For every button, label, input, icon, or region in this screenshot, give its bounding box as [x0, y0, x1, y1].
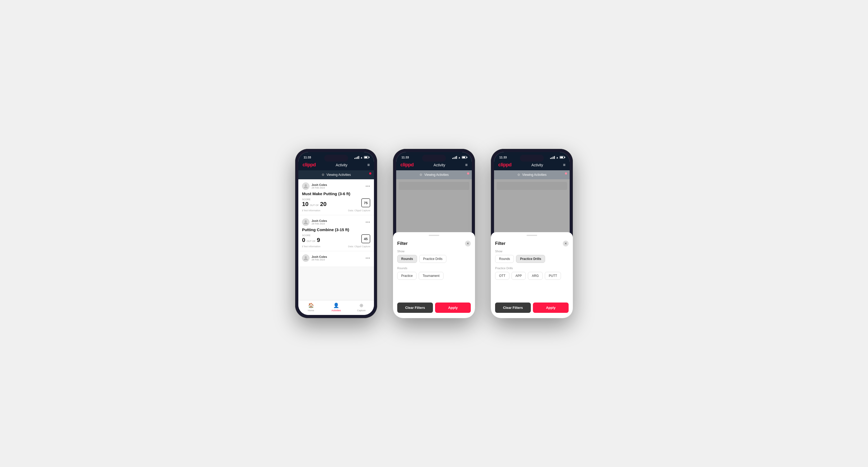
- user-date-3: 28 Feb 2023: [312, 258, 327, 261]
- phone-3: 11:33 ▲ clippd Activity ≡: [491, 149, 573, 318]
- user-info-1: Josh Coles 28 Feb 2023: [302, 183, 327, 190]
- activity-title-1: Must Make Putting (3-6 ft): [302, 191, 370, 196]
- viewing-label-2: Viewing Activities: [425, 173, 449, 177]
- capture-label: Capture: [357, 309, 366, 312]
- user-name-3: Josh Coles: [312, 255, 327, 258]
- user-date-1: 28 Feb 2023: [312, 186, 327, 189]
- time-1: 11:33: [304, 156, 311, 159]
- nav-item-capture[interactable]: ⊕ Capture: [353, 303, 369, 312]
- viewing-bar-3: ⚙ Viewing Activities: [494, 170, 570, 179]
- nav-title-3: Activity: [531, 163, 543, 167]
- user-details-1: Josh Coles 28 Feb 2023: [312, 183, 327, 189]
- screen-1: 11:33 ▲ clippd Activity ≡: [298, 152, 374, 315]
- status-icons-3: ▲: [550, 156, 564, 159]
- user-details-2: Josh Coles 28 Feb 2023: [312, 219, 327, 225]
- home-icon: 🏠: [308, 303, 314, 308]
- score-value-1: 10: [302, 201, 308, 208]
- activities-label: Activities: [331, 309, 341, 312]
- battery-icon: [364, 156, 369, 159]
- signal-icon-3: [550, 156, 555, 159]
- more-icon-3[interactable]: •••: [366, 256, 370, 260]
- nav-header-1: clippd Activity ≡: [298, 160, 374, 170]
- svg-point-1: [305, 220, 307, 222]
- activity-item-3: Josh Coles 28 Feb 2023 •••: [298, 251, 374, 267]
- notch-1: [324, 155, 348, 162]
- user-info-3: Josh Coles 28 Feb 2023: [302, 254, 327, 262]
- score-stat-2: Score 0 OUT OF 9: [302, 234, 320, 244]
- filter-icon-3: ⚙: [517, 173, 520, 177]
- activity-list: Josh Coles 28 Feb 2023 ••• Must Make Put…: [298, 179, 374, 300]
- phone-2: 11:33 ▲ clippd Activity ≡: [393, 149, 475, 318]
- notch-2: [422, 155, 446, 162]
- time-3: 11:33: [499, 156, 507, 159]
- out-of-2: OUT OF: [307, 240, 315, 243]
- nav-item-home[interactable]: 🏠 Home: [303, 303, 319, 312]
- filter-icon-1: ⚙: [321, 173, 324, 177]
- menu-icon-1[interactable]: ≡: [367, 163, 370, 167]
- menu-icon-2[interactable]: ≡: [465, 163, 468, 167]
- user-date-2: 28 Feb 2023: [312, 222, 327, 225]
- svg-point-0: [305, 184, 307, 186]
- nav-item-activities[interactable]: 👤 Activities: [328, 303, 344, 312]
- wifi-icon: ▲: [360, 156, 363, 159]
- user-name-2: Josh Coles: [312, 219, 327, 222]
- capture-icon: ⊕: [360, 303, 363, 308]
- nav-title-2: Activity: [433, 163, 445, 167]
- viewing-dot-3: [565, 173, 567, 175]
- home-label: Home: [308, 309, 314, 312]
- activity-item-1: Josh Coles 28 Feb 2023 ••• Must Make Put…: [298, 179, 374, 215]
- shots-value-1: 20: [320, 201, 327, 208]
- footer-info-1: ℹ Test Information: [302, 209, 320, 212]
- filter-icon-2: ⚙: [420, 173, 422, 177]
- signal-icon-2: [452, 156, 457, 159]
- activity-item-2: Josh Coles 28 Feb 2023 ••• Putting Combi…: [298, 215, 374, 251]
- out-of-1: OUT OF: [310, 204, 319, 207]
- viewing-bar-2: ⚙ Viewing Activities: [396, 170, 472, 179]
- viewing-label-3: Viewing Activities: [522, 173, 547, 177]
- more-icon-1[interactable]: •••: [366, 184, 370, 188]
- viewing-bar-1[interactable]: ⚙ Viewing Activities: [298, 170, 374, 179]
- activities-icon: 👤: [333, 303, 339, 308]
- scene: 11:33 ▲ clippd Activity ≡: [279, 133, 589, 334]
- quality-badge-2: 45: [361, 234, 370, 243]
- screen-2: 11:33 ▲ clippd Activity ≡: [396, 152, 472, 315]
- nav-title-1: Activity: [336, 163, 347, 167]
- logo-3: clippd: [498, 162, 512, 168]
- activity-header-3: Josh Coles 28 Feb 2023 •••: [302, 254, 370, 262]
- nav-header-3: clippd Activity ≡: [494, 160, 570, 170]
- score-value-2: 0: [302, 237, 305, 244]
- logo-2: clippd: [400, 162, 414, 168]
- footer-data-2: Data: Clippd Capture: [348, 245, 370, 248]
- viewing-dot-2: [467, 173, 469, 175]
- user-details-3: Josh Coles 28 Feb 2023: [312, 255, 327, 261]
- activity-stats-1: Score 10 OUT OF 20 75: [302, 198, 370, 208]
- svg-point-2: [305, 256, 307, 258]
- user-info-2: Josh Coles 28 Feb 2023: [302, 218, 327, 226]
- nav-header-2: clippd Activity ≡: [396, 160, 472, 170]
- footer-info-2: ℹ Test Information: [302, 245, 320, 248]
- activity-footer-1: ℹ Test Information Data: Clippd Capture: [302, 209, 370, 212]
- user-name-1: Josh Coles: [312, 183, 327, 186]
- status-icons-2: ▲: [452, 156, 467, 159]
- avatar-3: [302, 254, 309, 262]
- screen-3: 11:33 ▲ clippd Activity ≡: [494, 152, 570, 315]
- viewing-dot-1: [369, 173, 371, 175]
- avatar-2: [302, 218, 309, 226]
- activity-title-2: Putting Combine (3-15 ft): [302, 227, 370, 232]
- activity-header-1: Josh Coles 28 Feb 2023 •••: [302, 183, 370, 190]
- dimmed-content-2: ⚙ Viewing Activities: [396, 170, 472, 315]
- bottom-nav-1: 🏠 Home 👤 Activities ⊕ Capture: [298, 300, 374, 315]
- viewing-label-1: Viewing Activities: [327, 173, 351, 177]
- avatar-1: [302, 183, 309, 190]
- signal-icon: [354, 156, 359, 159]
- more-icon-2[interactable]: •••: [366, 220, 370, 224]
- status-icons-1: ▲: [354, 156, 369, 159]
- battery-icon-2: [462, 156, 467, 159]
- dimmed-content-3: ⚙ Viewing Activities: [494, 170, 570, 315]
- shots-value-2: 9: [317, 237, 320, 244]
- score-stat-1: Score 10 OUT OF 20: [302, 198, 327, 208]
- menu-icon-3[interactable]: ≡: [563, 163, 565, 167]
- activity-stats-2: Score 0 OUT OF 9 45: [302, 234, 370, 244]
- activity-header-2: Josh Coles 28 Feb 2023 •••: [302, 218, 370, 226]
- notch-3: [520, 155, 544, 162]
